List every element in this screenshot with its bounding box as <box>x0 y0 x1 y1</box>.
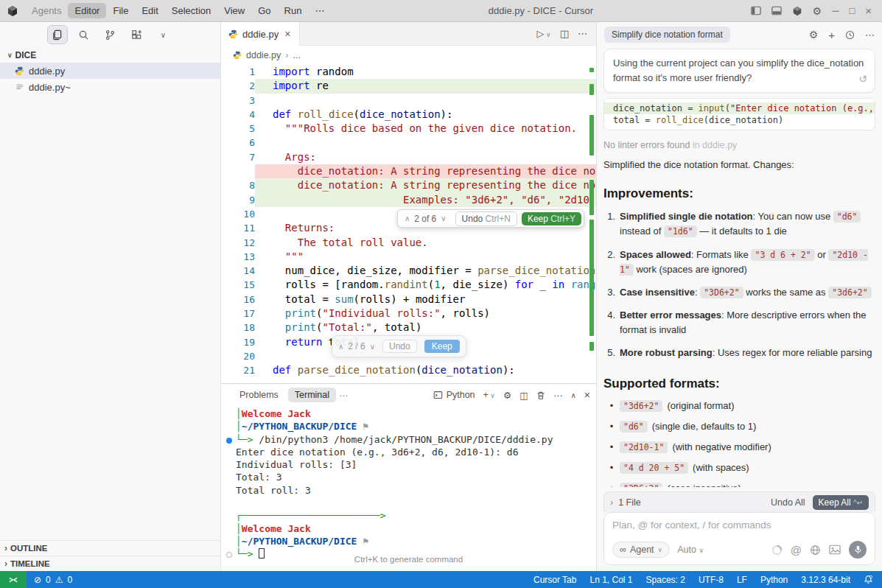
prev-diff-icon[interactable]: ∧ <box>338 343 343 351</box>
chat-settings-gear-icon[interactable]: ⚙ <box>809 29 819 41</box>
terminal-header: Problems Terminal ⋯ Python + ∨ ⚙ ◫ ⋯ ∧ <box>221 384 596 406</box>
chat-header: Simplify dice notation format ⚙ + ⋯ <box>597 22 882 47</box>
next-diff-icon[interactable]: ∨ <box>441 214 446 223</box>
undo-diff-button[interactable]: Undo Ctrl+N <box>455 211 517 226</box>
status-item-python[interactable]: Python <box>760 575 788 585</box>
toggle-panel-icon[interactable] <box>771 6 782 15</box>
maximize-panel-icon[interactable]: ∧ <box>570 391 575 399</box>
terminal-profile[interactable]: Python <box>433 390 475 400</box>
run-python-icon[interactable]: ▷ ∨ <box>537 28 551 39</box>
mention-icon[interactable]: @ <box>791 544 802 556</box>
chat-messages[interactable]: Using the current project can you simpli… <box>597 47 882 487</box>
agent-mode-selector[interactable]: ∞ Agent ∨ <box>612 542 670 558</box>
line-number: 15 <box>221 278 255 292</box>
keep-button[interactable]: Keep <box>424 340 460 353</box>
menu-run[interactable]: Run <box>278 3 309 18</box>
terminal-hint: Ctrl+K to generate command <box>221 553 596 566</box>
status-item-utf8[interactable]: UTF-8 <box>699 575 724 585</box>
new-chat-icon[interactable]: + <box>828 29 835 41</box>
status-item-312364bit[interactable]: 3.12.3 64-bit <box>801 575 850 585</box>
new-terminal-icon[interactable]: + ∨ <box>483 390 495 400</box>
undo-all-button[interactable]: Undo All <box>771 497 805 508</box>
menu-agents[interactable]: Agents <box>25 3 68 18</box>
close-window-button[interactable]: × <box>865 4 872 17</box>
breadcrumb-more: ... <box>293 50 300 60</box>
menu-[interactable]: ⋯ <box>308 3 331 18</box>
voice-mic-icon[interactable] <box>849 541 867 559</box>
search-icon[interactable] <box>74 26 94 43</box>
remote-indicator[interactable] <box>0 571 27 588</box>
toggle-sidebar-icon[interactable] <box>751 6 761 15</box>
maximize-button[interactable]: □ <box>849 5 855 16</box>
attach-image-icon[interactable] <box>829 545 841 555</box>
changed-files-bar[interactable]: › 1 File Undo All Keep All ^↵ <box>603 491 875 512</box>
keep-all-button[interactable]: Keep All ^↵ <box>813 495 869 510</box>
prev-diff-icon[interactable]: ∧ <box>405 214 410 223</box>
close-panel-icon[interactable]: × <box>584 389 590 401</box>
settings-gear-icon[interactable]: ⚙ <box>813 5 822 17</box>
code-text: Args: <box>255 150 596 164</box>
split-editor-icon[interactable]: ◫ <box>560 28 569 39</box>
chat-input[interactable]: Plan, @ for context, / for commands <box>612 519 867 531</box>
menu-editor[interactable]: Editor <box>68 3 106 18</box>
terminal-settings-gear-icon[interactable]: ⚙ <box>503 390 511 401</box>
status-item-spaces2[interactable]: Spaces: 2 <box>646 575 685 585</box>
tab-terminal[interactable]: Terminal <box>288 388 336 402</box>
timeline-section[interactable]: › TIMELINE <box>0 556 220 571</box>
code-line: 4def roll_dice(dice_notation): <box>221 108 596 122</box>
python-file-icon <box>233 51 242 60</box>
chat-more-icon[interactable]: ⋯ <box>865 29 875 41</box>
notifications-bell-icon[interactable] <box>864 575 873 584</box>
menu-file[interactable]: File <box>106 3 135 18</box>
model-selector[interactable]: Auto ∨ <box>677 545 704 555</box>
more-actions-icon[interactable]: ⋯ <box>578 28 587 39</box>
menu-go[interactable]: Go <box>251 3 277 18</box>
keep-diff-button[interactable]: Keep Ctrl+Y <box>522 212 581 225</box>
terminal-output[interactable]: │Welcome Jack│~/PYTHON_BACKUP/DICE ⚑└─> … <box>221 406 596 571</box>
status-item-ln1col1[interactable]: Ln 1, Col 1 <box>589 575 632 585</box>
menu-selection[interactable]: Selection <box>165 3 217 18</box>
split-terminal-icon[interactable]: ◫ <box>519 390 528 401</box>
next-diff-icon[interactable]: ∨ <box>370 343 375 351</box>
restore-checkpoint-icon[interactable]: ↺ <box>858 71 867 88</box>
explorer-icon[interactable] <box>48 26 67 43</box>
file-item-dddiepy[interactable]: dddie.py~ <box>0 79 220 95</box>
outline-section[interactable]: › OUTLINE <box>0 540 220 556</box>
extensions-icon[interactable] <box>127 26 147 43</box>
file-item-dddiepy[interactable]: dddie.py <box>0 63 220 79</box>
menu-view[interactable]: View <box>217 3 251 18</box>
problems-status[interactable]: ⊘ 0 ⚠ 0 <box>27 575 72 585</box>
panel-more-icon[interactable]: ⋯ <box>339 390 349 401</box>
improvement-text: Case insensitive: "3D6+2" works the same… <box>620 285 872 300</box>
improvement-item: 5.More robust parsing: Uses regex for mo… <box>603 346 875 360</box>
panel-more-icon[interactable]: ⋯ <box>553 390 563 401</box>
source-control-icon[interactable] <box>101 26 120 43</box>
status-item-cursortab[interactable]: Cursor Tab <box>533 575 576 585</box>
bullet: • <box>603 483 620 487</box>
status-item-lf[interactable]: LF <box>737 575 747 585</box>
views-chevron-down-icon[interactable]: ∨ <box>154 26 173 43</box>
list-number: 3. <box>603 285 620 300</box>
overview-diff-mark <box>589 220 594 336</box>
web-globe-icon[interactable] <box>810 545 821 556</box>
chevron-down-icon: ∨ <box>658 546 663 553</box>
cursor-cube-icon[interactable] <box>792 6 802 16</box>
kill-terminal-icon[interactable] <box>536 391 545 400</box>
breadcrumb[interactable]: dddie.py › ... <box>221 46 596 65</box>
code-editor[interactable]: 1import random2import re34def roll_dice(… <box>221 65 596 383</box>
tab-dddie-py[interactable]: dddie.py × <box>221 22 300 46</box>
tab-close-icon[interactable]: × <box>283 28 292 40</box>
format-item: •"3d6+2"(original format) <box>603 400 875 412</box>
chat-history-clock-icon[interactable] <box>845 30 855 40</box>
terminal-line: Enter dice notation (e.g., 3d6+2, d6, 2d… <box>236 446 596 458</box>
bullet: • <box>603 462 620 473</box>
warning-icon: ⚠ <box>55 575 63 585</box>
tab-problems[interactable]: Problems <box>233 388 285 402</box>
chat-tab[interactable]: Simplify dice notation format <box>604 27 730 43</box>
explorer-root-header[interactable]: ∨ DICE <box>0 47 220 63</box>
menu-edit[interactable]: Edit <box>135 3 164 18</box>
undo-button[interactable]: Undo <box>382 340 417 353</box>
minimize-button[interactable]: ─ <box>832 5 839 16</box>
code-text: def parse_dice_notation(dice_notation): <box>255 363 596 377</box>
improvement-item: 4.Better error messages: More descriptiv… <box>603 308 875 337</box>
